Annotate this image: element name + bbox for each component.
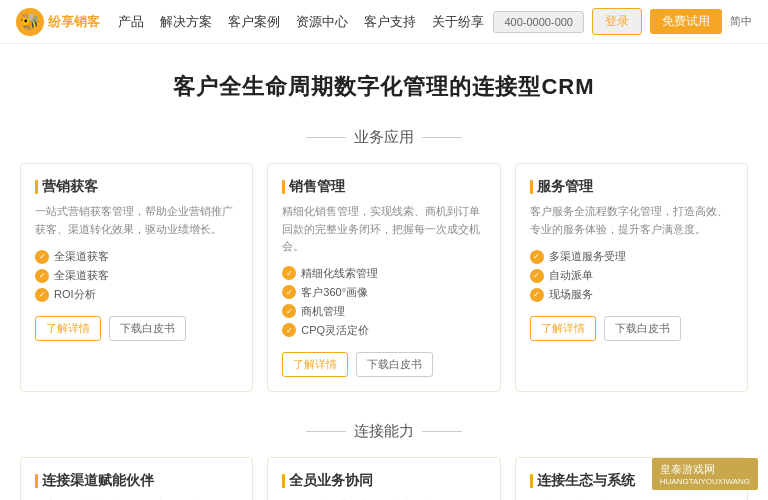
feature-check-icon bbox=[282, 266, 296, 280]
card-service-actions: 了解详情 下载白皮书 bbox=[530, 316, 733, 341]
feature-item: 精细化线索管理 bbox=[282, 264, 485, 283]
watermark-sub: HUANGTAIYOUXIWANG bbox=[660, 477, 750, 486]
feature-item: ROI分析 bbox=[35, 285, 238, 304]
feature-item: 现场服务 bbox=[530, 285, 733, 304]
phone-button[interactable]: 400-0000-000 bbox=[493, 11, 584, 33]
feature-check-icon bbox=[530, 269, 544, 283]
card-service-title: 服务管理 bbox=[530, 178, 733, 196]
title-bar bbox=[530, 180, 533, 194]
trial-button[interactable]: 免费试用 bbox=[650, 9, 722, 34]
title-bar bbox=[530, 474, 533, 488]
card-marketing-features: 全渠道获客 全渠道获客 ROI分析 bbox=[35, 247, 238, 304]
card-channel: 连接渠道赋能伙伴 数字化连接业务上下游，实现在线订货、客户报备、销售培训等全流程… bbox=[20, 457, 253, 500]
card-sales: 销售管理 精细化销售管理，实现线索、商机到订单回款的完整业务闭环，把握每一次成交… bbox=[267, 163, 500, 392]
feature-item: 自动派单 bbox=[530, 266, 733, 285]
card-service: 服务管理 客户服务全流程数字化管理，打造高效、专业的服务体验，提升客户满意度。 … bbox=[515, 163, 748, 392]
nav-resources[interactable]: 资源中心 bbox=[296, 13, 348, 31]
nav-links: 产品 解决方案 客户案例 资源中心 客户支持 关于纷享 bbox=[118, 13, 493, 31]
nav-support[interactable]: 客户支持 bbox=[364, 13, 416, 31]
navbar: 🐝 纷享销客 产品 解决方案 客户案例 资源中心 客户支持 关于纷享 400-0… bbox=[0, 0, 768, 44]
title-bar bbox=[35, 180, 38, 194]
card-marketing-title: 营销获客 bbox=[35, 178, 238, 196]
card-sales-actions: 了解详情 下载白皮书 bbox=[282, 352, 485, 377]
section-business: 业务应用 营销获客 一站式营销获客管理，帮助企业营销推广获客、渠道转化效果，驱动… bbox=[0, 128, 768, 404]
section1-cards-grid: 营销获客 一站式营销获客管理，帮助企业营销推广获客、渠道转化效果，驱动业绩增长。… bbox=[20, 163, 748, 392]
svg-text:🐝: 🐝 bbox=[20, 12, 40, 31]
card-collab-title: 全员业务协同 bbox=[282, 472, 485, 490]
feature-check-icon bbox=[35, 250, 49, 264]
card-service-desc: 客户服务全流程数字化管理，打造高效、专业的服务体验，提升客户满意度。 bbox=[530, 203, 733, 239]
feature-item: 多渠道服务受理 bbox=[530, 247, 733, 266]
service-detail-button[interactable]: 了解详情 bbox=[530, 316, 596, 341]
feature-item: 全渠道获客 bbox=[35, 266, 238, 285]
feature-item: 全渠道获客 bbox=[35, 247, 238, 266]
section2-header: 连接能力 bbox=[20, 422, 748, 441]
feature-check-icon bbox=[35, 269, 49, 283]
logo[interactable]: 🐝 纷享销客 bbox=[16, 8, 100, 36]
card-marketing-desc: 一站式营销获客管理，帮助企业营销推广获客、渠道转化效果，驱动业绩增长。 bbox=[35, 203, 238, 239]
hero-section: 客户全生命周期数字化管理的连接型CRM bbox=[0, 44, 768, 118]
card-collab: 全员业务协同 融合即时沟通、审批、考勤打卡、工作圈等一站式办公管理，打造极致高效… bbox=[267, 457, 500, 500]
card-service-features: 多渠道服务受理 自动派单 现场服务 bbox=[530, 247, 733, 304]
card-channel-title: 连接渠道赋能伙伴 bbox=[35, 472, 238, 490]
title-bar bbox=[282, 180, 285, 194]
feature-item: CPQ灵活定价 bbox=[282, 321, 485, 340]
marketing-detail-button[interactable]: 了解详情 bbox=[35, 316, 101, 341]
watermark: 皇泰游戏网 HUANGTAIYOUXIWANG bbox=[652, 458, 758, 490]
hero-title: 客户全生命周期数字化管理的连接型CRM bbox=[0, 72, 768, 102]
card-marketing-actions: 了解详情 下载白皮书 bbox=[35, 316, 238, 341]
service-whitepaper-button[interactable]: 下载白皮书 bbox=[604, 316, 681, 341]
feature-check-icon bbox=[282, 285, 296, 299]
navbar-actions: 400-0000-000 登录 免费试用 简中 bbox=[493, 8, 752, 35]
title-bar bbox=[282, 474, 285, 488]
card-marketing: 营销获客 一站式营销获客管理，帮助企业营销推广获客、渠道转化效果，驱动业绩增长。… bbox=[20, 163, 253, 392]
nav-solutions[interactable]: 解决方案 bbox=[160, 13, 212, 31]
sales-detail-button[interactable]: 了解详情 bbox=[282, 352, 348, 377]
card-sales-features: 精细化线索管理 客户360°画像 商机管理 CPQ灵活定价 bbox=[282, 264, 485, 340]
login-button[interactable]: 登录 bbox=[592, 8, 642, 35]
feature-item: 商机管理 bbox=[282, 302, 485, 321]
feature-check-icon bbox=[530, 250, 544, 264]
logo-text: 纷享销客 bbox=[48, 13, 100, 31]
section1-header: 业务应用 bbox=[20, 128, 748, 147]
card-sales-title: 销售管理 bbox=[282, 178, 485, 196]
feature-check-icon bbox=[530, 288, 544, 302]
feature-check-icon bbox=[282, 323, 296, 337]
title-bar bbox=[35, 474, 38, 488]
logo-icon: 🐝 bbox=[16, 8, 44, 36]
marketing-whitepaper-button[interactable]: 下载白皮书 bbox=[109, 316, 186, 341]
card-sales-desc: 精细化销售管理，实现线索、商机到订单回款的完整业务闭环，把握每一次成交机会。 bbox=[282, 203, 485, 256]
sales-whitepaper-button[interactable]: 下载白皮书 bbox=[356, 352, 433, 377]
section2-cards-grid: 连接渠道赋能伙伴 数字化连接业务上下游，实现在线订货、客户报备、销售培训等全流程… bbox=[20, 457, 748, 500]
feature-item: 客户360°画像 bbox=[282, 283, 485, 302]
feature-check-icon bbox=[282, 304, 296, 318]
lang-button[interactable]: 简中 bbox=[730, 14, 752, 29]
nav-cases[interactable]: 客户案例 bbox=[228, 13, 280, 31]
watermark-label: 皇泰游戏网 bbox=[660, 462, 750, 477]
nav-products[interactable]: 产品 bbox=[118, 13, 144, 31]
feature-check-icon bbox=[35, 288, 49, 302]
nav-about[interactable]: 关于纷享 bbox=[432, 13, 484, 31]
